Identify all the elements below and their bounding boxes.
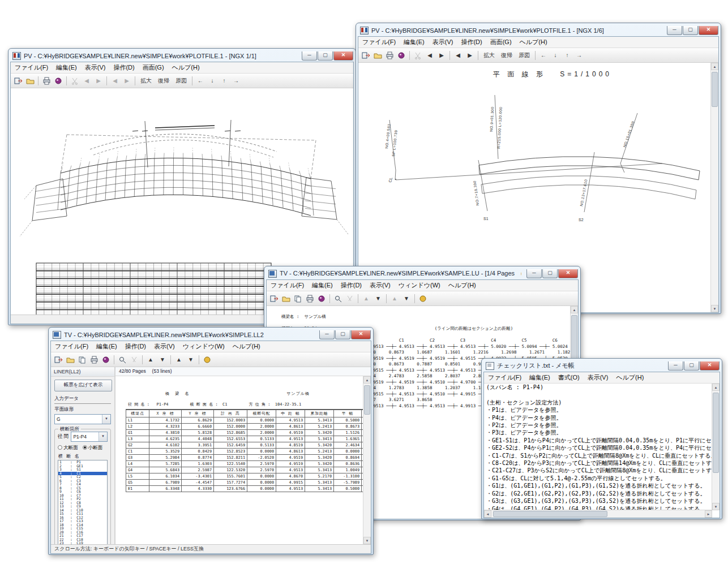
scroll-up-icon[interactable]: ▲: [711, 63, 718, 70]
close-button[interactable]: ✕: [700, 361, 720, 371]
menu-help[interactable]: ヘルプ(H): [168, 62, 204, 73]
open-file-icon[interactable]: [24, 75, 36, 87]
section-list-item-C19[interactable]: 23 : C19: [58, 541, 107, 544]
exit-icon[interactable]: [12, 75, 24, 87]
scroll-up-icon[interactable]: ▲: [363, 376, 371, 384]
minimize-button[interactable]: ─: [302, 51, 317, 61]
pan-left-button[interactable]: ←: [195, 75, 206, 87]
span-select[interactable]: P1-P4 ▼: [71, 432, 108, 442]
page-up-button[interactable]: ▲: [389, 293, 400, 304]
close-button[interactable]: ✕: [558, 269, 578, 278]
page-prev-button[interactable]: ◀: [109, 75, 121, 87]
exit-icon[interactable]: [360, 50, 371, 61]
chevron-down-icon[interactable]: ▼: [102, 415, 110, 424]
exit-icon[interactable]: [268, 293, 280, 304]
close-button[interactable]: ✕: [351, 330, 371, 339]
menu-help[interactable]: ヘルプ(H): [612, 372, 648, 383]
plot-settings-icon[interactable]: [396, 50, 407, 61]
open-file-icon[interactable]: [65, 354, 76, 365]
find-icon[interactable]: [117, 354, 128, 365]
radio-large-section[interactable]: 大断面: [58, 445, 78, 451]
pan-down-button[interactable]: ↓: [550, 50, 561, 61]
jump-top-button[interactable]: ▲: [145, 354, 156, 365]
settings-icon[interactable]: [316, 293, 327, 304]
cut-icon[interactable]: [69, 75, 80, 87]
menu-file[interactable]: ファイル(F): [358, 37, 400, 48]
titlebar[interactable]: チェックリスト.txt - メモ帳 ─ ▢ ✕: [483, 359, 720, 372]
chevron-down-icon[interactable]: ▼: [99, 432, 107, 441]
page-last-button[interactable]: ▶: [436, 50, 447, 61]
pan-right-button[interactable]: →: [230, 75, 242, 87]
maximize-button[interactable]: ▢: [684, 361, 699, 371]
page-first-button[interactable]: ◀: [81, 75, 92, 87]
page-last-button[interactable]: ▶: [93, 75, 104, 87]
line-down-button[interactable]: ▼: [372, 293, 384, 304]
menu-help[interactable]: ヘルプ(H): [229, 341, 264, 352]
vertical-scrollbar[interactable]: ▲ ▼: [363, 376, 371, 544]
minimize-button[interactable]: ─: [668, 361, 683, 371]
page-next-button[interactable]: ▶: [121, 75, 132, 87]
close-button[interactable]: ✕: [333, 51, 353, 61]
alignment-select[interactable]: G ▼: [54, 414, 111, 424]
menu-screen[interactable]: 画面(G): [486, 37, 516, 48]
menu-edit[interactable]: 編集(E): [52, 62, 81, 73]
scroll-right-icon[interactable]: ►: [705, 510, 712, 518]
report-page[interactable]: 橋 梁 名 サンプル橋 径 間 名 : P1-P4 横 断 面 名 : C1 方…: [115, 376, 371, 544]
menu-edit[interactable]: 編集(E): [400, 37, 429, 48]
menu-edit[interactable]: 編集(E): [308, 280, 337, 291]
menu-file[interactable]: ファイル(F): [484, 372, 525, 383]
scroll-down-icon[interactable]: ▼: [363, 537, 371, 544]
scroll-down-icon[interactable]: ▼: [712, 503, 720, 510]
zoom-in-button[interactable]: 拡大: [138, 75, 155, 87]
open-file-icon[interactable]: [280, 293, 292, 304]
menu-operate[interactable]: 操作(D): [121, 341, 150, 352]
notepad-text-area[interactable]: (スパン名 : P1-P4) (主桁・セクション設定方法) ・P1は、ピアデータ…: [484, 384, 720, 518]
scroll-up-icon[interactable]: ▲: [712, 384, 720, 391]
pan-up-button[interactable]: ↑: [219, 75, 230, 87]
zoom-restore-button[interactable]: 復帰: [155, 75, 172, 87]
zoom-restore-button[interactable]: 復帰: [498, 50, 515, 61]
menu-file[interactable]: ファイル(F): [267, 280, 308, 291]
print-icon[interactable]: [384, 50, 395, 61]
minimize-button[interactable]: ─: [319, 330, 335, 339]
minimize-button[interactable]: ─: [526, 269, 542, 278]
menu-view[interactable]: 表示(V): [584, 372, 613, 383]
maximize-button[interactable]: ▢: [335, 330, 350, 339]
copy-icon[interactable]: [292, 293, 303, 304]
menu-view[interactable]: 表示(V): [366, 280, 395, 291]
zoom-original-button[interactable]: 原図: [173, 75, 190, 87]
titlebar[interactable]: PV - C:¥HyBRIDGE¥SAMPLE¥LINER.new¥SIMPLE…: [10, 49, 354, 62]
scrollbar-thumb[interactable]: [493, 511, 607, 517]
page-down-button[interactable]: ▼: [185, 354, 196, 365]
menu-view[interactable]: 表示(V): [81, 62, 110, 73]
titlebar[interactable]: TV - C:¥HyBRIDGE¥SAMPLE¥LINER.new¥SIMPLE…: [50, 328, 371, 341]
bookmark-icon[interactable]: [202, 354, 213, 365]
menu-help[interactable]: ヘルプ(H): [516, 37, 551, 48]
menu-view[interactable]: 表示(V): [150, 341, 179, 352]
pan-left-button[interactable]: ←: [538, 50, 549, 61]
settings-icon[interactable]: [100, 354, 112, 365]
pan-up-button[interactable]: ↑: [562, 50, 573, 61]
exit-icon[interactable]: [53, 354, 64, 365]
minimize-button[interactable]: ─: [667, 26, 682, 35]
menu-screen[interactable]: 画面(G): [139, 62, 168, 73]
pan-right-button[interactable]: →: [573, 50, 585, 61]
radio-small-section[interactable]: 小断面: [83, 445, 103, 451]
zoom-in-button[interactable]: 拡大: [481, 50, 498, 61]
page-up-button[interactable]: ▲: [173, 354, 185, 365]
print-icon[interactable]: [88, 354, 100, 365]
scroll-left-icon[interactable]: ◄: [484, 510, 491, 518]
bookmark-icon[interactable]: [417, 293, 429, 304]
find-icon[interactable]: [332, 293, 344, 304]
titlebar[interactable]: PV - C:¥HyBRIDGE¥SAMPLE¥LINER.new¥SIMPLE…: [358, 23, 719, 36]
scrollbar-thumb[interactable]: [713, 393, 719, 473]
menu-file[interactable]: ファイル(F): [51, 341, 92, 352]
page-down-button[interactable]: ▼: [401, 293, 412, 304]
horizontal-scrollbar[interactable]: ◄ ►: [484, 510, 712, 518]
menu-edit[interactable]: 編集(E): [92, 341, 121, 352]
menu-help[interactable]: ヘルプ(H): [444, 280, 480, 291]
open-file-icon[interactable]: [372, 50, 383, 61]
menu-format[interactable]: 書式(O): [554, 372, 584, 383]
jump-bottom-button[interactable]: ▼: [157, 354, 168, 365]
page-next-button[interactable]: ▶: [464, 50, 476, 61]
